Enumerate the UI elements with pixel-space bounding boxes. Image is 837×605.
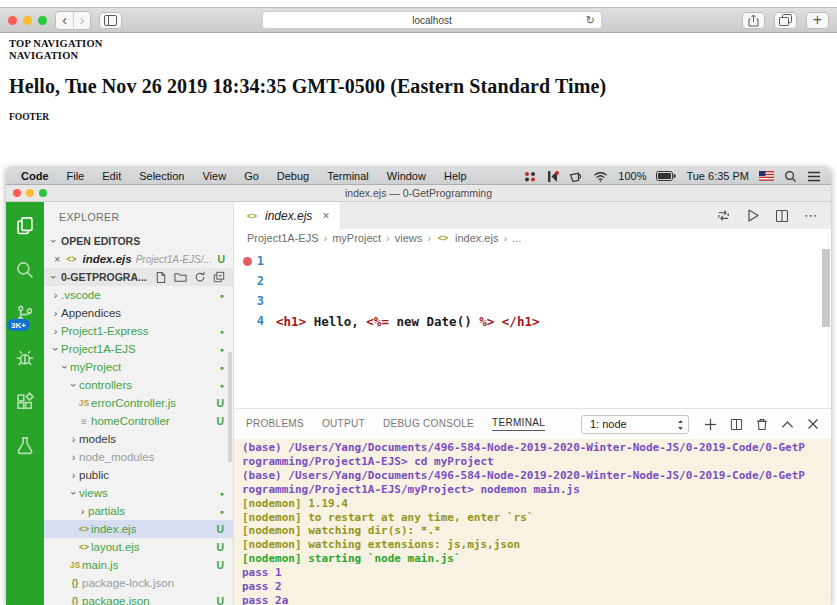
- spotlight-icon[interactable]: [784, 170, 797, 183]
- vscode-title-bar[interactable]: index.ejs — 0-GetProgramming: [6, 185, 831, 202]
- collapse-all-button[interactable]: [213, 271, 225, 283]
- menu-code[interactable]: Code: [12, 170, 58, 182]
- tree-item-label: partials: [88, 505, 125, 517]
- tree-item-project1-express[interactable]: ›Project1-Express●: [44, 322, 233, 340]
- tree-item-controllers[interactable]: ›controllers●: [44, 376, 233, 394]
- chevron-down-icon: ›: [48, 272, 60, 283]
- panel-tab-debug-console[interactable]: DEBUG CONSOLE: [383, 418, 474, 431]
- split-editor-icon[interactable]: [775, 209, 789, 223]
- new-folder-button[interactable]: [174, 271, 187, 283]
- panel-tab-output[interactable]: OUTPUT: [322, 418, 365, 431]
- line-number: 3: [257, 294, 264, 308]
- new-tab-button[interactable]: +: [806, 12, 829, 29]
- open-editors-header[interactable]: › OPEN EDITORS: [44, 232, 233, 250]
- terminal-line: pass 1: [242, 566, 831, 580]
- search-icon[interactable]: [13, 258, 37, 282]
- tree-item-package-json[interactable]: {}package.jsonU: [44, 592, 233, 605]
- tree-item-appendices[interactable]: ›Appendices: [44, 304, 233, 322]
- tree-item-errorcontroller-js[interactable]: JSerrorController.jsU: [44, 394, 233, 412]
- new-file-button[interactable]: [155, 271, 167, 284]
- tree-item-package-lock-json[interactable]: {}package-lock.json: [44, 574, 233, 592]
- breadcrumb-item[interactable]: myProject: [332, 232, 381, 244]
- close-button[interactable]: [8, 16, 17, 25]
- notification-center-icon[interactable]: [807, 171, 821, 182]
- extensions-icon[interactable]: [13, 390, 37, 414]
- tree-item-layout-ejs[interactable]: <>layout.ejsU: [44, 538, 233, 556]
- tree-item-homecontroller[interactable]: ≡homeControllerU: [44, 412, 233, 430]
- maximize-panel-button[interactable]: [781, 420, 794, 429]
- us-flag-icon[interactable]: [759, 171, 774, 181]
- open-editor-item[interactable]: × <> index.ejs Project1A-EJS/... U: [44, 250, 233, 268]
- close-panel-button[interactable]: [807, 418, 819, 430]
- browser-window: ‹ › localhost ↻: [0, 0, 837, 168]
- run-icon[interactable]: [746, 208, 760, 223]
- menu-view[interactable]: View: [193, 170, 235, 182]
- explorer-icon[interactable]: [13, 214, 37, 238]
- menu-bar-clock[interactable]: Tue 6:35 PM: [686, 170, 749, 182]
- tree-item-partials[interactable]: ›partials●: [44, 502, 233, 520]
- forward-button[interactable]: ›: [73, 12, 90, 29]
- new-terminal-button[interactable]: [704, 418, 717, 431]
- panel-tab-problems[interactable]: PROBLEMS: [246, 418, 304, 431]
- wifi-icon[interactable]: [593, 171, 608, 182]
- reload-icon[interactable]: ↻: [586, 15, 595, 26]
- tree-item-project1a-ejs[interactable]: ›Project1A-EJS●: [44, 340, 233, 358]
- tree-item-myproject[interactable]: ›myProject●: [44, 358, 233, 376]
- code-line[interactable]: 3: [234, 291, 831, 311]
- close-editor-button[interactable]: ×: [54, 253, 60, 265]
- tab-close-button[interactable]: ×: [322, 209, 329, 223]
- modified-dot: ●: [220, 382, 224, 389]
- tree-item-node-modules[interactable]: ›node_modules: [44, 448, 233, 466]
- sidebar-toggle-button[interactable]: [99, 12, 122, 29]
- address-bar[interactable]: localhost ↻: [262, 11, 602, 29]
- minimize-button[interactable]: [23, 16, 32, 25]
- zoom-button[interactable]: [38, 16, 47, 25]
- tab-index-ejs[interactable]: <> index.ejs ×: [234, 202, 341, 229]
- split-terminal-button[interactable]: [730, 418, 743, 431]
- kill-terminal-button[interactable]: [756, 418, 768, 431]
- test-flask-icon[interactable]: [13, 434, 37, 458]
- tree-item-views[interactable]: ›views●: [44, 484, 233, 502]
- code-line[interactable]: 2: [234, 271, 831, 291]
- editor-scrollbar[interactable]: [822, 249, 830, 327]
- status-app-icon-2[interactable]: [547, 170, 559, 183]
- source-control-icon[interactable]: 3K+: [13, 302, 37, 326]
- menu-file[interactable]: File: [58, 170, 94, 182]
- tree-item-models[interactable]: ›models: [44, 430, 233, 448]
- tab-bar: <> index.ejs × ⋯: [234, 202, 831, 229]
- sync-icon[interactable]: [716, 208, 731, 223]
- tree-item-index-ejs[interactable]: <>index.ejsU: [44, 520, 233, 538]
- code-editor[interactable]: 1234<h1> Hello, <%= new Date() %> </h1>: [234, 247, 831, 408]
- more-actions-icon[interactable]: ⋯: [804, 208, 818, 223]
- menu-window[interactable]: Window: [378, 170, 435, 182]
- tree-item--vscode[interactable]: ›.vscode●: [44, 286, 233, 304]
- debug-icon[interactable]: [13, 346, 37, 370]
- menu-terminal[interactable]: Terminal: [318, 170, 378, 182]
- cup-icon[interactable]: [569, 170, 583, 183]
- breadcrumb-item[interactable]: ...: [512, 232, 521, 244]
- menu-help[interactable]: Help: [435, 170, 476, 182]
- tree-item-label: Project1A-EJS: [61, 343, 136, 355]
- refresh-button[interactable]: [194, 271, 206, 283]
- menu-edit[interactable]: Edit: [93, 170, 130, 182]
- breadcrumb-item[interactable]: index.ejs: [455, 232, 498, 244]
- panel-tab-terminal[interactable]: TERMINAL: [492, 417, 545, 431]
- status-app-icon-1[interactable]: [523, 170, 537, 183]
- terminal[interactable]: (base) /Users/Yang/Documents/496-584-Nod…: [234, 439, 831, 605]
- back-button[interactable]: ‹: [56, 12, 73, 29]
- menu-debug[interactable]: Debug: [268, 170, 318, 182]
- tabs-button[interactable]: [774, 12, 797, 29]
- sidebar-scrollbar[interactable]: [228, 352, 232, 462]
- menu-selection[interactable]: Selection: [130, 170, 193, 182]
- workspace-section-header[interactable]: › 0-GETPROGRA...: [44, 268, 233, 286]
- breadcrumb-item[interactable]: Project1A-EJS: [247, 232, 319, 244]
- tree-item-public[interactable]: ›public: [44, 466, 233, 484]
- tree-item-main-js[interactable]: JSmain.jsU: [44, 556, 233, 574]
- menu-go[interactable]: Go: [235, 170, 268, 182]
- breakpoint-dot[interactable]: [243, 257, 252, 266]
- code-line[interactable]: 4<h1> Hello, <%= new Date() %> </h1>: [234, 311, 831, 331]
- breadcrumb-item[interactable]: views: [395, 232, 423, 244]
- share-button[interactable]: [742, 12, 765, 29]
- code-line[interactable]: 1: [234, 251, 831, 271]
- terminal-select[interactable]: 1: node: [581, 415, 689, 434]
